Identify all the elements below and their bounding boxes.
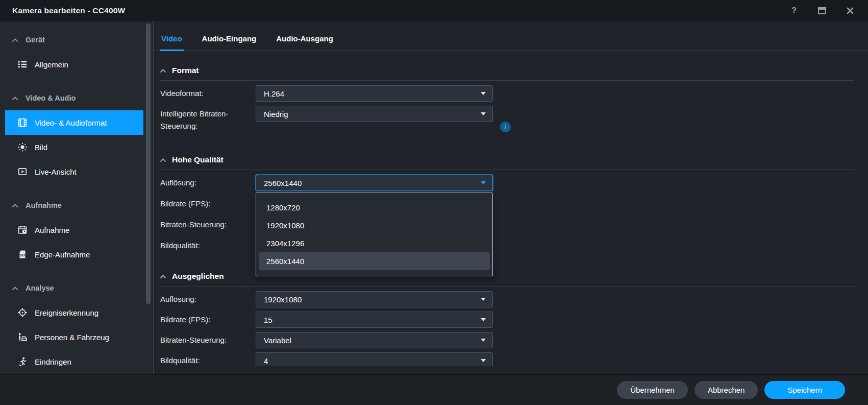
- section-rows: Auflösung:1920x1080Bildrate (FPS):15Bitr…: [160, 291, 854, 366]
- field-label: Auflösung:: [160, 175, 256, 189]
- sidebar-group-analyse: EreigniserkennungPersonen & FahrzeugEind…: [0, 300, 153, 374]
- field-label: Bildqualität:: [160, 352, 256, 366]
- sidebar-item-label: Bild: [35, 143, 47, 152]
- form-row-videoformat: Videoformat:H.264: [160, 85, 854, 102]
- select-wrap: 1920x1080: [256, 291, 493, 307]
- sidebar-section-video-audio[interactable]: Video & Audio: [12, 92, 144, 104]
- dialog-footer: ÜbernehmenAbbrechenSpeichern: [0, 374, 868, 405]
- form-row-bildrate-fps: Bildrate (FPS):15: [160, 312, 854, 328]
- sidebar-group-video-audio: Video- & AudioformatBildLive-Ansicht: [0, 110, 153, 184]
- sidebar-group-ger-t: Allgemein: [0, 52, 153, 77]
- resolution-dropdown-list: 1280x7201920x10802304x12962560x1440: [256, 193, 493, 276]
- dropdown-option-1280x720[interactable]: 1280x720: [259, 199, 490, 217]
- sd-card-icon: SD: [17, 249, 28, 260]
- sidebar-section-label: Video & Audio: [26, 94, 76, 102]
- form-row-bitraten-steuerung: Bitraten-Steuerung:Variabel: [160, 332, 854, 348]
- field-label: Videoformat:: [160, 85, 256, 100]
- tab-video[interactable]: Video: [160, 34, 184, 51]
- select-value: 2560x1440: [264, 179, 481, 187]
- section-title: Format: [172, 66, 199, 75]
- tab-audio-ausgang[interactable]: Audio-Ausgang: [275, 34, 335, 51]
- abbrechen-button[interactable]: Abbrechen: [695, 381, 758, 399]
- target-icon: [17, 307, 28, 318]
- sidebar-section-label: Gerät: [26, 36, 45, 44]
- bildqualit-t-select[interactable]: 4: [256, 352, 493, 366]
- select-wrap: Niedrig: [256, 106, 493, 122]
- tab-bar: VideoAudio-EingangAudio-Ausgang: [154, 21, 868, 51]
- field-label: Bildrate (FPS):: [160, 312, 256, 326]
- chevron-down-icon: [481, 298, 486, 301]
- dropdown-option-2304x1296[interactable]: 2304x1296: [259, 234, 490, 252]
- section-rows: Videoformat:H.264Intelligente Bitraten-S…: [160, 85, 854, 132]
- chevron-down-icon: [481, 92, 486, 95]
- sidebar-item-live-ansicht[interactable]: Live-Ansicht: [5, 159, 143, 184]
- section-header-format[interactable]: Format: [160, 66, 854, 75]
- sidebar-section-aufnahme[interactable]: Aufnahme: [12, 199, 144, 211]
- field-label: Bitraten-Steuerung:: [160, 332, 256, 346]
- intelligente-bitraten-steuerung-select[interactable]: Niedrig: [256, 106, 493, 122]
- form-row-aufl-sung: Auflösung:2560x14401280x7201920x10802304…: [160, 175, 854, 191]
- field-label: Bitraten-Steuerung:: [160, 216, 256, 231]
- select-wrap: Variabel: [256, 332, 493, 348]
- chevron-down-icon: [481, 359, 486, 362]
- field-label: Bildrate (FPS):: [160, 195, 256, 210]
- form-row-bildqualit-t: Bildqualität:4: [160, 352, 854, 366]
- chevron-down-icon: [481, 318, 486, 321]
- section-title: Hohe Qualität: [172, 155, 224, 164]
- section-divider: [160, 170, 854, 170]
- speichern-button[interactable]: Speichern: [764, 381, 845, 399]
- sidebar-section-analyse[interactable]: Analyse: [12, 282, 144, 294]
- section-divider: [160, 80, 854, 81]
- dropdown-option-1920x1080[interactable]: 1920x1080: [259, 217, 490, 234]
- select-value: 1920x1080: [264, 295, 481, 304]
- window-title: Kamera bearbeiten - CC400W: [12, 6, 125, 15]
- section-rows: Auflösung:2560x14401280x7201920x10802304…: [160, 175, 854, 254]
- chevron-up-icon: [12, 203, 18, 208]
- sidebar-item-label: Aufnahme: [35, 226, 69, 234]
- sidebar-item-personen-fahrzeug[interactable]: Personen & Fahrzeug: [5, 325, 143, 349]
- list-icon: [17, 59, 28, 70]
- sidebar-item-edge-aufnahme[interactable]: SDEdge-Aufnahme: [5, 242, 143, 267]
- person-vehicle-icon: [17, 332, 28, 343]
- chevron-up-icon: [12, 286, 18, 291]
- chevron-down-icon: [481, 181, 486, 184]
- dropdown-option-2560x1440[interactable]: 2560x1440: [259, 252, 490, 270]
- videoformat-select[interactable]: H.264: [256, 85, 493, 102]
- sidebar-item-aufnahme[interactable]: Aufnahme: [5, 218, 143, 242]
- sidebar-item-label: Edge-Aufnahme: [35, 250, 90, 259]
- section-format: FormatVideoformat:H.264Intelligente Bitr…: [160, 66, 854, 132]
- field-label: Auflösung:: [160, 291, 256, 305]
- sidebar-item-video-audioformat[interactable]: Video- & Audioformat: [5, 110, 143, 135]
- tab-audio-eingang[interactable]: Audio-Eingang: [201, 34, 258, 51]
- bernehmen-button[interactable]: Übernehmen: [617, 381, 688, 399]
- section-header-hohe-qualit-t[interactable]: Hohe Qualität: [160, 155, 854, 164]
- sidebar-group-aufnahme: AufnahmeSDEdge-Aufnahme: [0, 218, 153, 267]
- sidebar-item-eindringen[interactable]: Eindringen: [5, 349, 143, 374]
- field-label: Bildqualität:: [160, 237, 256, 252]
- sidebar-item-label: Live-Ansicht: [35, 168, 77, 176]
- close-icon[interactable]: [846, 6, 855, 15]
- maximize-icon[interactable]: [817, 6, 827, 15]
- help-icon[interactable]: ?: [789, 6, 799, 15]
- sidebar-section-label: Analyse: [26, 284, 54, 292]
- sidebar-item-allgemein[interactable]: Allgemein: [5, 52, 143, 77]
- select-value: H.264: [264, 89, 481, 98]
- intrusion-icon: [17, 356, 28, 367]
- chevron-up-icon: [160, 274, 166, 279]
- aufl-sung-select[interactable]: 2560x1440: [256, 175, 493, 191]
- calendar-record-icon: [17, 225, 28, 235]
- bitraten-steuerung-select[interactable]: Variabel: [256, 332, 493, 348]
- sidebar-section-ger-t[interactable]: Gerät: [12, 34, 144, 46]
- select-wrap: 4: [256, 352, 493, 366]
- section-ausgeglichen: AusgeglichenAuflösung:1920x1080Bildrate …: [160, 272, 854, 366]
- section-title: Ausgeglichen: [172, 272, 224, 281]
- sidebar-item-label: Personen & Fahrzeug: [35, 333, 109, 342]
- bildrate-fps-select[interactable]: 15: [256, 312, 493, 328]
- info-icon[interactable]: i: [500, 122, 511, 132]
- titlebar: Kamera bearbeiten - CC400W ?: [0, 0, 868, 21]
- sidebar-item-bild[interactable]: Bild: [5, 135, 143, 159]
- aufl-sung-select[interactable]: 1920x1080: [256, 291, 493, 307]
- select-value: 4: [264, 356, 481, 365]
- sidebar-item-ereigniserkennung[interactable]: Ereigniserkennung: [5, 300, 143, 325]
- sidebar-scrollbar[interactable]: [146, 23, 151, 304]
